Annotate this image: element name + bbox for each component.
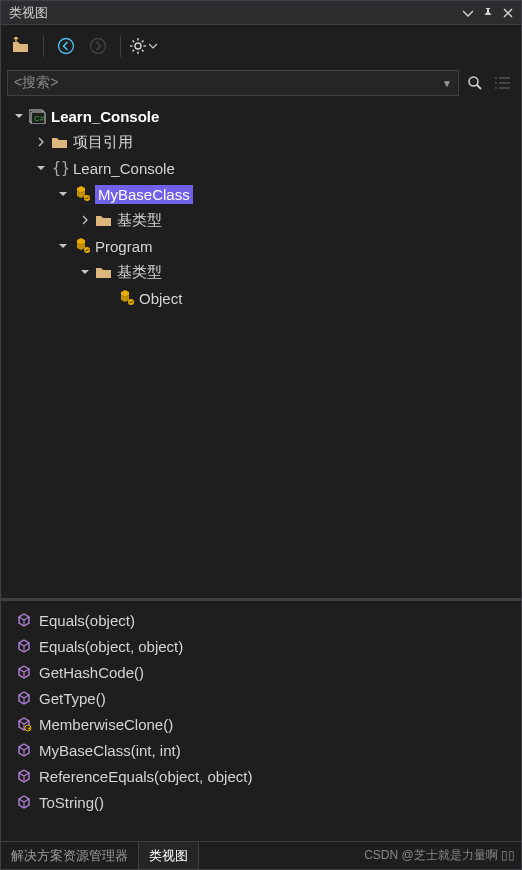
tree-node[interactable]: Program bbox=[1, 233, 521, 259]
expander-icon[interactable] bbox=[55, 238, 71, 254]
tree-node-label: Learn_Console bbox=[73, 160, 175, 177]
member-item[interactable]: ReferenceEquals(object, object) bbox=[1, 763, 521, 789]
settings-button[interactable] bbox=[129, 32, 157, 60]
tree-node-label: 项目引用 bbox=[73, 133, 133, 152]
svg-point-1 bbox=[91, 39, 106, 54]
member-item[interactable]: MyBaseClass(int, int) bbox=[1, 737, 521, 763]
expander-icon[interactable] bbox=[33, 160, 49, 176]
tree-node-label: 基类型 bbox=[117, 263, 162, 282]
csharp-project-icon: C# bbox=[29, 107, 47, 125]
title-bar: 类视图 bbox=[1, 1, 521, 25]
back-button[interactable] bbox=[52, 32, 80, 60]
search-bar: <搜索> ▼ bbox=[1, 67, 521, 99]
method-icon: ★ bbox=[15, 715, 33, 733]
tree-node[interactable]: MyBaseClass bbox=[1, 181, 521, 207]
expander-icon[interactable] bbox=[77, 264, 93, 280]
tree-node[interactable]: Object bbox=[1, 285, 521, 311]
method-icon bbox=[15, 663, 33, 681]
member-item[interactable]: ToString() bbox=[1, 789, 521, 815]
namespace-icon: {} bbox=[51, 159, 69, 177]
svg-line-9 bbox=[133, 50, 135, 52]
footer-tab[interactable]: 类视图 bbox=[139, 842, 199, 869]
method-icon bbox=[15, 611, 33, 629]
tree-node[interactable]: {}Learn_Console bbox=[1, 155, 521, 181]
search-input[interactable]: <搜索> ▼ bbox=[7, 70, 459, 96]
member-item[interactable]: Equals(object) bbox=[1, 607, 521, 633]
folder-icon bbox=[95, 263, 113, 281]
folder-icon bbox=[95, 211, 113, 229]
member-label: ToString() bbox=[39, 794, 104, 811]
toolbar-separator bbox=[43, 35, 44, 57]
svg-line-12 bbox=[477, 85, 481, 89]
toolbar bbox=[1, 25, 521, 67]
method-icon bbox=[15, 689, 33, 707]
expander-icon[interactable] bbox=[77, 212, 93, 228]
view-mode-button[interactable] bbox=[491, 71, 515, 95]
member-item[interactable]: Equals(object, object) bbox=[1, 633, 521, 659]
window-menu-button[interactable] bbox=[459, 4, 477, 22]
close-button[interactable] bbox=[499, 4, 517, 22]
member-label: MyBaseClass(int, int) bbox=[39, 742, 181, 759]
method-icon bbox=[15, 637, 33, 655]
svg-line-8 bbox=[142, 50, 144, 52]
method-icon bbox=[15, 741, 33, 759]
class-icon bbox=[73, 185, 91, 203]
svg-text:{}: {} bbox=[52, 160, 68, 176]
tree-node-label: Program bbox=[95, 238, 153, 255]
class-tree[interactable]: C#Learn_Console项目引用{}Learn_ConsoleMyBase… bbox=[1, 99, 521, 598]
search-placeholder: <搜索> bbox=[14, 74, 442, 92]
member-label: GetType() bbox=[39, 690, 106, 707]
tree-node-label: Object bbox=[139, 290, 182, 307]
member-list[interactable]: Equals(object)Equals(object, object)GetH… bbox=[1, 601, 521, 841]
tree-node[interactable]: 基类型 bbox=[1, 259, 521, 285]
footer-tabs: 解决方案资源管理器类视图CSDN @芝士就是力量啊 ▯▯ bbox=[1, 841, 521, 869]
member-item[interactable]: GetType() bbox=[1, 685, 521, 711]
pin-button[interactable] bbox=[479, 4, 497, 22]
expander-icon[interactable] bbox=[11, 108, 27, 124]
svg-point-11 bbox=[469, 77, 478, 86]
tree-node-label: Learn_Console bbox=[51, 108, 159, 125]
footer-tab[interactable]: 解决方案资源管理器 bbox=[1, 842, 139, 869]
member-item[interactable]: ★MemberwiseClone() bbox=[1, 711, 521, 737]
method-icon bbox=[15, 767, 33, 785]
forward-button[interactable] bbox=[84, 32, 112, 60]
svg-line-10 bbox=[142, 41, 144, 43]
class-icon bbox=[117, 289, 135, 307]
panel-title: 类视图 bbox=[9, 4, 457, 22]
search-button[interactable] bbox=[463, 71, 487, 95]
watermark: CSDN @芝士就是力量啊 ▯▯ bbox=[199, 842, 521, 869]
tree-node-label: MyBaseClass bbox=[95, 185, 193, 204]
svg-point-2 bbox=[135, 43, 141, 49]
expander-icon[interactable] bbox=[33, 134, 49, 150]
tree-node[interactable]: 项目引用 bbox=[1, 129, 521, 155]
svg-line-7 bbox=[133, 41, 135, 43]
folder-icon bbox=[51, 133, 69, 151]
member-label: Equals(object) bbox=[39, 612, 135, 629]
member-label: ReferenceEquals(object, object) bbox=[39, 768, 252, 785]
toolbar-separator bbox=[120, 35, 121, 57]
class-icon bbox=[73, 237, 91, 255]
tree-node-label: 基类型 bbox=[117, 211, 162, 230]
new-folder-button[interactable] bbox=[7, 32, 35, 60]
member-label: MemberwiseClone() bbox=[39, 716, 173, 733]
member-label: Equals(object, object) bbox=[39, 638, 183, 655]
member-label: GetHashCode() bbox=[39, 664, 144, 681]
svg-text:C#: C# bbox=[34, 114, 45, 123]
svg-point-0 bbox=[59, 39, 74, 54]
member-item[interactable]: GetHashCode() bbox=[1, 659, 521, 685]
tree-node[interactable]: C#Learn_Console bbox=[1, 103, 521, 129]
method-icon bbox=[15, 793, 33, 811]
tree-node[interactable]: 基类型 bbox=[1, 207, 521, 233]
chevron-down-icon[interactable]: ▼ bbox=[442, 78, 452, 89]
expander-icon[interactable] bbox=[55, 186, 71, 202]
